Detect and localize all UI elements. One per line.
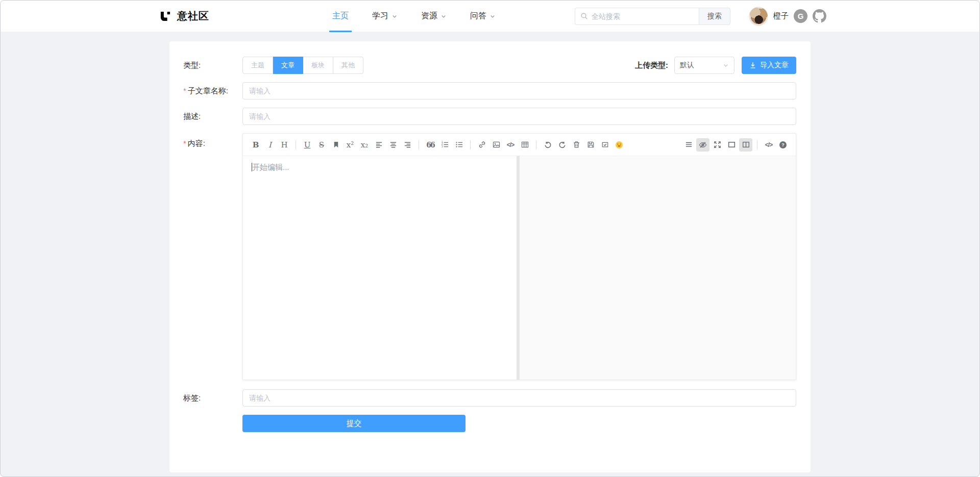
editor-toolbar-right: </> ?: [682, 138, 790, 152]
tags-label: 标签:: [183, 389, 242, 407]
italic-icon[interactable]: I: [263, 138, 277, 152]
fullscreen-icon[interactable]: [710, 138, 724, 152]
type-option-board[interactable]: 板块: [303, 57, 333, 74]
image-icon[interactable]: [489, 138, 503, 152]
editor-placeholder: 开始编辑...: [252, 163, 289, 171]
quote-icon[interactable]: 66: [424, 138, 437, 152]
preview-toggle-icon[interactable]: [696, 138, 709, 152]
editor-input-area[interactable]: 开始编辑...: [243, 156, 517, 380]
upload-type-label: 上传类型:: [635, 61, 668, 70]
type-row: 类型: 主题 文章 板块 其他 上传类型: 默认 导入文章: [183, 57, 796, 74]
chevron-down-icon: [391, 13, 398, 19]
required-mark: *: [183, 86, 186, 95]
sub-article-name-input[interactable]: [242, 82, 796, 99]
upload-type-selected-value: 默认: [680, 61, 694, 70]
split-columns-icon[interactable]: [739, 138, 752, 152]
submit-row: 提交: [183, 415, 796, 432]
align-left-icon[interactable]: [372, 138, 385, 152]
nav-item-home[interactable]: 主页: [327, 1, 354, 32]
import-article-button[interactable]: 导入文章: [742, 57, 796, 74]
emoji-icon[interactable]: [612, 138, 626, 152]
toolbar-divider: [757, 140, 757, 149]
trash-icon[interactable]: [570, 138, 583, 152]
save-icon[interactable]: [584, 138, 597, 152]
svg-text:?: ?: [781, 142, 785, 147]
brand-title: 意社区: [177, 9, 209, 23]
toolbar-divider: [536, 140, 536, 149]
ordered-list-icon[interactable]: 123: [438, 138, 451, 152]
bookmark-icon[interactable]: [329, 138, 342, 152]
bold-icon[interactable]: B: [249, 138, 262, 152]
markdown-editor: B I H U S x² x₂ 66 123: [242, 133, 796, 380]
article-form-card: 类型: 主题 文章 板块 其他 上传类型: 默认 导入文章: [169, 41, 811, 472]
search-button[interactable]: 搜索: [699, 8, 730, 25]
search-icon: [580, 12, 588, 20]
chevron-down-icon: [723, 62, 729, 68]
tags-input[interactable]: [242, 389, 796, 407]
link-icon[interactable]: [475, 138, 488, 152]
svg-text:3: 3: [441, 145, 443, 148]
toolbar-divider: [296, 140, 296, 149]
type-option-topic[interactable]: 主题: [242, 57, 273, 74]
help-icon[interactable]: ?: [776, 138, 790, 152]
description-input[interactable]: [242, 108, 796, 125]
submit-button[interactable]: 提交: [242, 415, 465, 432]
underline-icon[interactable]: U: [301, 138, 314, 152]
html-code-icon[interactable]: </>: [762, 138, 775, 152]
strikethrough-icon[interactable]: S: [315, 138, 328, 152]
read-mode-icon[interactable]: [725, 138, 738, 152]
nav-qa-label: 问答: [470, 11, 486, 21]
brand-logo-icon: [159, 10, 172, 23]
subscript-icon[interactable]: x₂: [358, 138, 371, 152]
description-row: 描述:: [183, 108, 796, 125]
header-icon[interactable]: H: [278, 138, 291, 152]
content-row: *内容: B I H U S x² x₂ 66 123: [183, 133, 796, 380]
upload-type-select[interactable]: 默认: [674, 57, 734, 74]
github-icon[interactable]: [813, 9, 826, 23]
type-option-article[interactable]: 文章: [273, 57, 303, 74]
download-icon: [749, 62, 756, 69]
import-article-label: 导入文章: [760, 61, 789, 70]
toolbar-divider: [419, 140, 419, 149]
type-segmented-control: 主题 文章 板块 其他: [242, 57, 363, 74]
chevron-down-icon: [489, 13, 496, 19]
type-option-other[interactable]: 其他: [333, 57, 363, 74]
chevron-down-icon: [440, 13, 447, 19]
nav-item-learn[interactable]: 学习: [367, 1, 403, 32]
nav-resources-label: 资源: [421, 11, 437, 21]
code-icon[interactable]: </>: [504, 138, 517, 152]
align-center-icon[interactable]: [386, 138, 400, 152]
brand[interactable]: 意社区: [159, 9, 261, 23]
app-window: 意社区 主页 学习 资源 问答: [0, 0, 980, 477]
content-label: *内容:: [183, 133, 242, 380]
editor-preview-area: [520, 156, 796, 380]
sub-article-name-row: *子文章名称:: [183, 82, 796, 99]
user-name[interactable]: 橙子: [773, 11, 789, 21]
required-mark: *: [183, 139, 186, 147]
task-list-icon[interactable]: [598, 138, 611, 152]
type-label: 类型:: [183, 57, 242, 74]
table-icon[interactable]: [518, 138, 531, 152]
superscript-icon[interactable]: x²: [344, 138, 357, 152]
upload-cluster: 上传类型: 默认 导入文章: [635, 57, 796, 74]
search-input-wrapper: [575, 8, 699, 25]
undo-icon[interactable]: [541, 138, 554, 152]
unordered-list-icon[interactable]: [452, 138, 465, 152]
user-area: 橙子 G: [749, 7, 826, 26]
user-avatar[interactable]: [749, 7, 768, 26]
description-label: 描述:: [183, 108, 242, 125]
toolbar-divider: [470, 140, 471, 149]
site-search: 搜索: [575, 8, 730, 25]
nav-learn-label: 学习: [372, 11, 388, 21]
align-right-icon[interactable]: [401, 138, 414, 152]
nav-item-qa[interactable]: 问答: [465, 1, 501, 32]
sub-article-name-label: *子文章名称:: [183, 82, 242, 99]
gitee-icon[interactable]: G: [794, 9, 807, 23]
main-nav: 主页 学习 资源 问答: [327, 1, 501, 32]
navigation-icon[interactable]: [682, 138, 695, 152]
search-input[interactable]: [592, 12, 694, 20]
top-navbar: 意社区 主页 学习 资源 问答: [1, 1, 979, 32]
tags-row: 标签:: [183, 389, 796, 407]
nav-item-resources[interactable]: 资源: [416, 1, 452, 32]
redo-icon[interactable]: [555, 138, 569, 152]
